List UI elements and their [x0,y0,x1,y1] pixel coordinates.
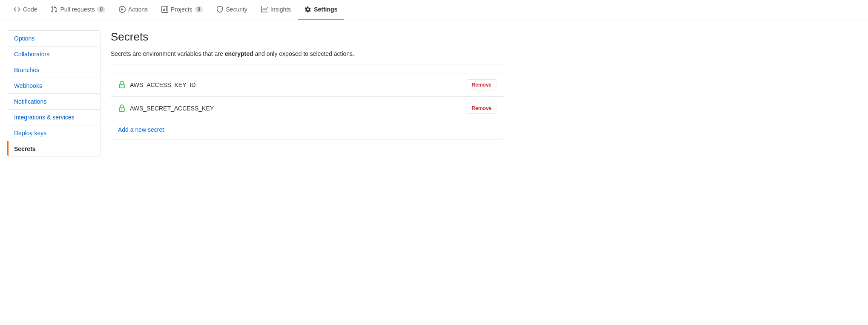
lock-icon-1 [118,81,126,89]
tab-projects[interactable]: Projects 0 [155,0,210,20]
tab-settings-label: Settings [314,6,337,13]
projects-badge: 0 [195,6,203,13]
tab-projects-label: Projects [171,6,193,13]
main-layout: Options Collaborators Branches Webhooks … [0,20,511,167]
description-text-before: Secrets are environment variables that a… [111,50,225,57]
description-text-after: and only exposed to selected actions. [253,50,354,57]
code-icon [14,6,20,13]
secret-name-1: AWS_ACCESS_KEY_ID [118,81,195,89]
tab-code-label: Code [23,6,37,13]
sidebar-item-collaborators[interactable]: Collaborators [7,46,100,62]
tab-actions-label: Actions [128,6,148,13]
tab-actions[interactable]: Actions [112,0,155,20]
sidebar-item-branches[interactable]: Branches [7,62,100,78]
sidebar-item-webhooks[interactable]: Webhooks [7,78,100,94]
tab-code[interactable]: Code [7,0,44,20]
add-secret-link[interactable]: Add a new secret [118,126,164,133]
gear-icon [305,6,311,13]
remove-button-1[interactable]: Remove [466,79,497,90]
sidebar-item-secrets[interactable]: Secrets [7,141,100,157]
play-icon [119,6,126,13]
sidebar-item-notifications[interactable]: Notifications [7,94,100,110]
sidebar-item-deploy-keys[interactable]: Deploy keys [7,125,100,141]
tab-insights[interactable]: Insights [254,0,298,20]
secret-row-1: AWS_ACCESS_KEY_ID Remove [111,73,504,97]
sidebar-item-options[interactable]: Options [7,31,100,46]
content-area: Secrets Secrets are environment variable… [111,30,504,157]
projects-icon [161,6,168,13]
lock-icon-2 [118,104,126,112]
page-title: Secrets [111,30,504,44]
description-bold: encrypted [225,50,253,57]
sidebar: Options Collaborators Branches Webhooks … [7,30,101,157]
tab-security-label: Security [226,6,247,13]
tab-settings[interactable]: Settings [298,0,344,20]
tab-security[interactable]: Security [210,0,254,20]
secret-row-2: AWS_SECRET_ACCESS_KEY Remove [111,97,504,120]
secret-name-text-1: AWS_ACCESS_KEY_ID [130,81,195,88]
remove-button-2[interactable]: Remove [466,103,497,114]
tab-pull-requests[interactable]: Pull requests 0 [44,0,112,20]
shield-icon [216,6,223,13]
secrets-box: AWS_ACCESS_KEY_ID Remove AWS_SECRET_ACCE… [111,73,504,139]
pull-request-icon [51,6,57,13]
add-secret-row: Add a new secret [111,120,504,139]
graph-icon [261,6,268,13]
pull-requests-badge: 0 [97,6,105,13]
secret-name-2: AWS_SECRET_ACCESS_KEY [118,104,214,112]
secret-name-text-2: AWS_SECRET_ACCESS_KEY [130,105,214,112]
tab-pull-requests-label: Pull requests [60,6,95,13]
top-nav: Code Pull requests 0 Actions Projects 0 [0,0,868,20]
page-description: Secrets are environment variables that a… [111,50,504,64]
tab-insights-label: Insights [270,6,291,13]
sidebar-item-integrations[interactable]: Integrations & services [7,110,100,125]
